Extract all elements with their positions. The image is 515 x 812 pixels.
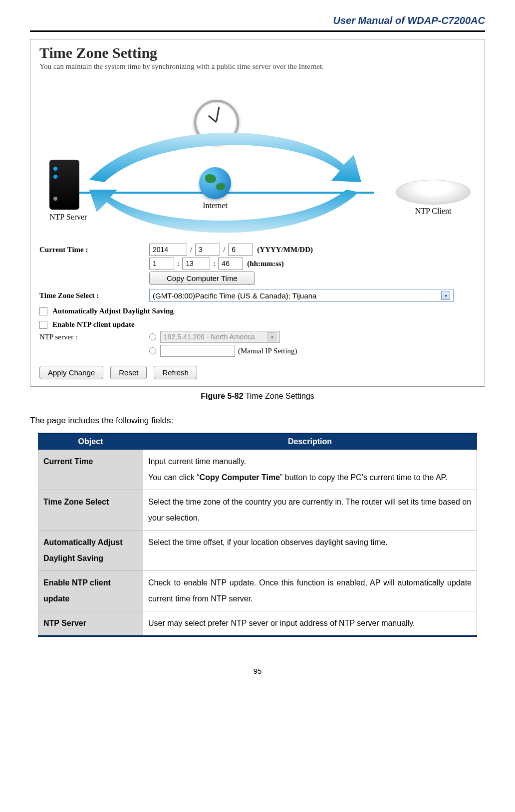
page-header: User Manual of WDAP-C7200AC [30, 15, 485, 32]
minute-input[interactable] [182, 258, 210, 270]
figure-caption: Figure 5-82 Time Zone Settings [30, 392, 485, 401]
obj-cell: Time Zone Select [38, 490, 143, 531]
ntp-server-radio-manual[interactable] [149, 347, 156, 354]
timezone-label: Time Zone Select : [39, 291, 149, 300]
table-row: NTP Server User may select prefer NTP se… [38, 611, 477, 636]
auto-dst-checkbox[interactable] [39, 307, 47, 315]
table-row: Automatically Adjust Daylight Saving Sel… [38, 531, 477, 571]
figure-text: Time Zone Settings [244, 392, 314, 400]
hour-input[interactable] [149, 258, 174, 270]
ntp-client-node: NTP Client [396, 180, 471, 216]
desc-cell: Input current time manually. You can cli… [143, 450, 477, 490]
date-format-hint: (YYYY/MM/DD) [257, 246, 313, 254]
server-icon [49, 160, 79, 210]
second-input[interactable] [218, 258, 243, 270]
table-row: Current Time Input current time manually… [38, 450, 477, 490]
ntp-manual-ip-input[interactable] [160, 345, 235, 357]
panel-subtitle: You can maintain the system time by sync… [39, 62, 476, 71]
chevron-down-icon: ▾ [441, 291, 450, 300]
page-number: 95 [30, 667, 485, 675]
obj-cell: Current Time [38, 450, 143, 490]
intro-text: The page includes the following fields: [30, 416, 485, 426]
figure-number: Figure 5-82 [201, 392, 243, 400]
header-title: User Manual of WDAP-C7200AC [333, 15, 485, 26]
settings-form: Current Time : / / (YYYY/MM/DD) : : (hh:… [39, 244, 476, 379]
obj-cell: Automatically Adjust Daylight Saving [38, 531, 143, 571]
enable-ntp-label: Enable NTP client update [52, 320, 135, 329]
th-object: Object [38, 434, 143, 450]
time-format-hint: (hh:mm:ss) [247, 260, 283, 268]
table-row: Time Zone Select Select the time zone of… [38, 490, 477, 531]
obj-cell: NTP Server [38, 611, 143, 636]
refresh-button[interactable]: Refresh [154, 366, 197, 379]
internet-label: Internet [199, 201, 231, 210]
apply-change-button[interactable]: Apply Change [39, 366, 103, 379]
table-row: Enable NTP client update Check to enable… [38, 571, 477, 611]
ntp-server-value: 192.5.41.209 - North America [164, 333, 255, 341]
ap-device-icon [396, 180, 471, 205]
globe-icon [199, 167, 231, 199]
current-time-label: Current Time : [39, 246, 149, 254]
ntp-diagram: NTP Server Internet NTP Client [39, 75, 476, 240]
timezone-select[interactable]: (GMT-08:00)Pacific Time (US & Canada); T… [149, 289, 454, 302]
auto-dst-label: Automatically Adjust Daylight Saving [52, 307, 174, 315]
timezone-value: (GMT-08:00)Pacific Time (US & Canada); T… [153, 291, 316, 300]
description-table: Object Description Current Time Input cu… [38, 433, 477, 637]
ntp-server-radio-preset[interactable] [149, 333, 156, 340]
reset-button[interactable]: Reset [110, 366, 147, 379]
chevron-down-icon: ▾ [267, 332, 276, 341]
panel-title: Time Zone Setting [39, 44, 476, 61]
manual-ip-hint: (Manual IP Setting) [238, 347, 297, 355]
desc-cell: Select the time offset, if your location… [143, 531, 477, 571]
ntp-server-node: NTP Server [49, 160, 87, 222]
desc-cell: Select the time zone of the country you … [143, 490, 477, 531]
screenshot-panel: Time Zone Setting You can maintain the s… [30, 39, 485, 387]
ntp-client-label: NTP Client [396, 207, 471, 216]
copy-computer-time-button[interactable]: Copy Computer Time [149, 271, 255, 285]
ntp-server-label: NTP server : [39, 333, 149, 341]
desc-cell: User may select prefer NTP sever or inpu… [143, 611, 477, 636]
year-input[interactable] [149, 244, 187, 256]
month-input[interactable] [195, 244, 220, 256]
day-input[interactable] [228, 244, 253, 256]
enable-ntp-checkbox[interactable] [39, 321, 47, 329]
ntp-server-select[interactable]: 192.5.41.209 - North America ▾ [160, 331, 280, 343]
desc-cell: Check to enable NTP update. Once this fu… [143, 571, 477, 611]
obj-cell: Enable NTP client update [38, 571, 143, 611]
ntp-server-label: NTP Server [49, 213, 87, 222]
th-description: Description [143, 434, 477, 450]
internet-node: Internet [199, 167, 231, 210]
